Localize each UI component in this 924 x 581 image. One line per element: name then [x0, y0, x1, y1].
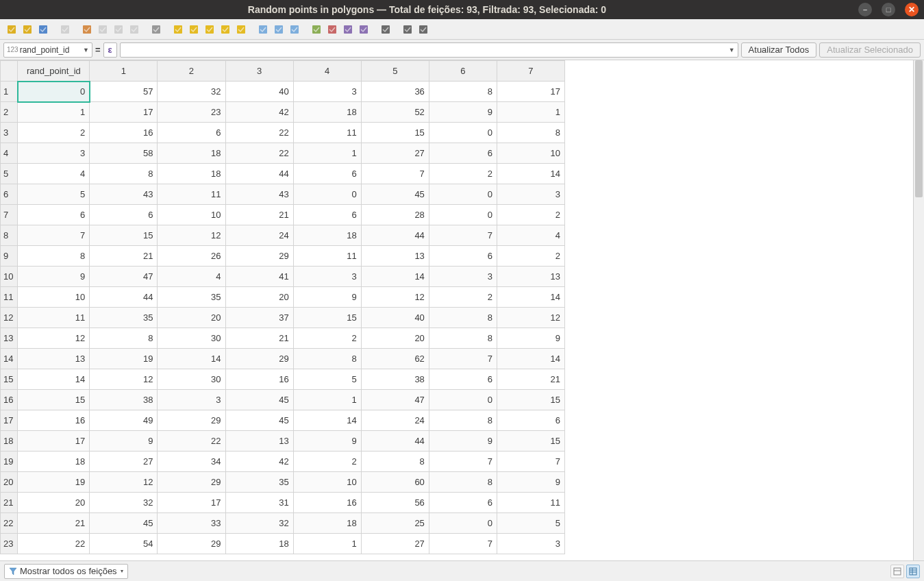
close-button[interactable]: ✕ [905, 3, 919, 16]
add-feature-button[interactable] [79, 22, 95, 37]
table-row[interactable]: 1514123016538621 [1, 369, 565, 390]
table-cell[interactable]: 6 [429, 143, 497, 164]
table-row[interactable]: 2221453332182505 [1, 513, 565, 534]
row-header[interactable]: 5 [1, 164, 18, 184]
table-cell[interactable]: 24 [225, 225, 293, 246]
table-cell[interactable]: 3 [18, 143, 90, 164]
table-cell[interactable]: 11 [293, 246, 361, 267]
table-cell[interactable]: 45 [225, 410, 293, 431]
column-header[interactable]: 3 [225, 61, 293, 82]
table-cell[interactable]: 8 [90, 164, 158, 184]
field-selector[interactable]: 123 rand_point_id ▼ [3, 42, 92, 58]
table-cell[interactable]: 32 [90, 493, 158, 513]
row-header[interactable]: 22 [1, 513, 18, 534]
table-row[interactable]: 43581822127610 [1, 143, 565, 164]
table-cell[interactable]: 30 [158, 328, 225, 349]
table-cell[interactable]: 9 [429, 431, 497, 452]
table-cell[interactable]: 12 [497, 308, 564, 328]
table-row[interactable]: 21203217311656611 [1, 493, 565, 513]
table-cell[interactable]: 6 [293, 164, 361, 184]
row-header[interactable]: 1 [1, 82, 18, 102]
table-cell[interactable]: 6 [429, 493, 497, 513]
table-cell[interactable]: 18 [293, 225, 361, 246]
table-cell[interactable]: 3 [158, 390, 225, 410]
table-cell[interactable]: 14 [158, 349, 225, 369]
table-cell[interactable]: 31 [225, 493, 293, 513]
find-button[interactable] [416, 22, 431, 37]
table-row[interactable]: 181792213944915 [1, 431, 565, 452]
table-cell[interactable]: 29 [225, 246, 293, 267]
table-cell[interactable]: 10 [497, 143, 564, 164]
table-cell[interactable]: 62 [361, 349, 429, 369]
select-expr-button[interactable] [171, 22, 186, 37]
table-cell[interactable]: 8 [361, 452, 429, 472]
save-edits-button[interactable] [36, 22, 51, 37]
table-row[interactable]: 21172342185291 [1, 102, 565, 123]
table-cell[interactable]: 8 [293, 349, 361, 369]
table-row[interactable]: 87151224184474 [1, 225, 565, 246]
table-cell[interactable]: 7 [429, 452, 497, 472]
table-row[interactable]: 10947441314313 [1, 267, 565, 287]
table-cell[interactable]: 21 [90, 246, 158, 267]
table-cell[interactable]: 8 [90, 328, 158, 349]
table-cell[interactable]: 58 [90, 143, 158, 164]
table-cell[interactable]: 9 [90, 431, 158, 452]
table-cell[interactable]: 38 [90, 390, 158, 410]
table-cell[interactable]: 12 [361, 287, 429, 308]
table-cell[interactable]: 3 [293, 267, 361, 287]
table-row[interactable]: 548184467214 [1, 164, 565, 184]
table-cell[interactable]: 38 [361, 369, 429, 390]
table-row[interactable]: 1110443520912214 [1, 287, 565, 308]
row-header[interactable]: 7 [1, 205, 18, 225]
table-cell[interactable]: 4 [497, 225, 564, 246]
row-header[interactable]: 23 [1, 534, 18, 554]
row-header[interactable]: 13 [1, 328, 18, 349]
table-cell[interactable]: 14 [18, 369, 90, 390]
table-cell[interactable]: 8 [497, 123, 564, 143]
table-cell[interactable]: 45 [361, 184, 429, 205]
table-cell[interactable]: 45 [225, 390, 293, 410]
table-cell[interactable]: 7 [497, 452, 564, 472]
table-cell[interactable]: 45 [90, 513, 158, 534]
table-cell[interactable]: 3 [497, 534, 564, 554]
zoom-to-button[interactable] [287, 22, 302, 37]
table-cell[interactable]: 27 [361, 143, 429, 164]
table-cell[interactable]: 17 [90, 102, 158, 123]
table-cell[interactable]: 37 [225, 308, 293, 328]
attribute-table[interactable]: rand_point_id1234567 1057324033681721172… [0, 60, 565, 554]
table-cell[interactable]: 54 [90, 534, 158, 554]
table-cell[interactable]: 21 [225, 328, 293, 349]
table-row[interactable]: 10573240336817 [1, 82, 565, 102]
row-header[interactable]: 3 [1, 123, 18, 143]
table-cell[interactable]: 20 [158, 308, 225, 328]
row-header[interactable]: 11 [1, 287, 18, 308]
table-cell[interactable]: 1 [293, 534, 361, 554]
table-cell[interactable]: 40 [361, 308, 429, 328]
table-cell[interactable]: 6 [293, 205, 361, 225]
select-all-button[interactable] [186, 22, 201, 37]
table-row[interactable]: 3216622111508 [1, 123, 565, 143]
table-cell[interactable]: 42 [225, 102, 293, 123]
table-row[interactable]: 12113520371540812 [1, 308, 565, 328]
deselect-button[interactable] [218, 22, 233, 37]
table-cell[interactable]: 14 [293, 410, 361, 431]
row-header[interactable]: 8 [1, 225, 18, 246]
table-cell[interactable]: 11 [497, 493, 564, 513]
row-header[interactable]: 20 [1, 472, 18, 493]
table-cell[interactable]: 56 [361, 493, 429, 513]
filter-select-button[interactable] [234, 22, 249, 37]
row-header[interactable]: 15 [1, 369, 18, 390]
table-row[interactable]: 13128302122089 [1, 328, 565, 349]
table-cell[interactable]: 21 [225, 205, 293, 225]
table-cell[interactable]: 43 [90, 184, 158, 205]
table-cell[interactable]: 16 [18, 410, 90, 431]
table-cell[interactable]: 0 [429, 390, 497, 410]
table-row[interactable]: 766102162802 [1, 205, 565, 225]
table-cell[interactable]: 44 [361, 431, 429, 452]
table-cell[interactable]: 22 [18, 534, 90, 554]
table-cell[interactable]: 22 [225, 143, 293, 164]
table-cell[interactable]: 0 [429, 184, 497, 205]
table-cell[interactable]: 7 [429, 225, 497, 246]
delete-field-button[interactable] [325, 22, 340, 37]
field-calc-button[interactable] [340, 22, 355, 37]
